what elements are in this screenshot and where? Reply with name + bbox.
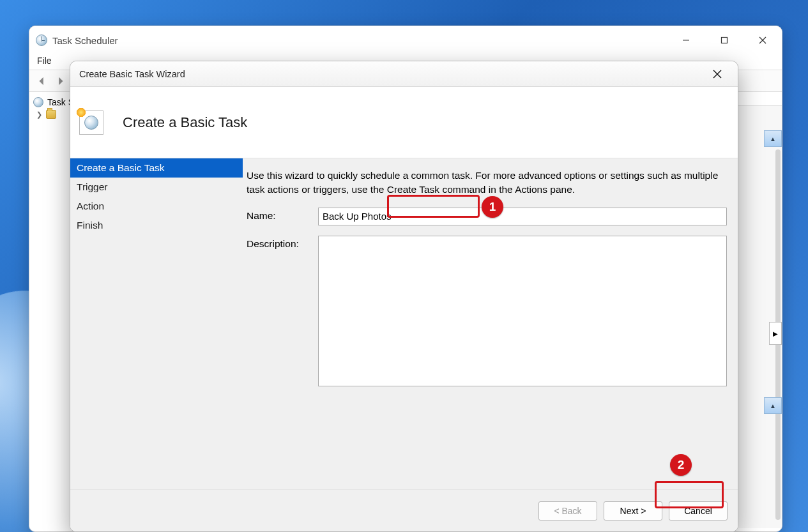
svg-rect-1 [722, 38, 728, 43]
description-label: Description: [247, 236, 318, 250]
name-label: Name: [247, 208, 318, 222]
wizard-heading: Create a Basic Task [123, 114, 247, 131]
menu-file[interactable]: File [37, 56, 52, 66]
wizard-close-button[interactable] [706, 63, 729, 86]
cancel-button[interactable]: Cancel [669, 501, 728, 521]
nav-back-icon[interactable] [33, 72, 51, 90]
clock-icon [36, 34, 47, 46]
nav-forward-icon[interactable] [51, 72, 69, 90]
step-action[interactable]: Action [70, 197, 243, 216]
create-basic-task-wizard: Create Basic Task Wizard Create a Basic … [70, 61, 738, 532]
clock-icon [33, 97, 43, 107]
description-textarea[interactable] [318, 236, 727, 386]
wizard-body: Create a Basic Task Create a Basic Task … [70, 87, 738, 531]
step-finish[interactable]: Finish [70, 216, 243, 235]
name-input[interactable] [318, 208, 727, 225]
wizard-intro-text: Use this wizard to quickly schedule a co… [247, 169, 731, 197]
wizard-footer: < Back Next > Cancel [70, 489, 738, 531]
step-trigger[interactable]: Trigger [70, 178, 243, 197]
name-row: Name: [247, 208, 731, 225]
chevron-right-icon: ❯ [36, 110, 42, 119]
clock-icon [84, 116, 98, 130]
wizard-title: Create Basic Task Wizard [79, 69, 185, 79]
window-title: Task Scheduler [52, 35, 118, 46]
back-button[interactable]: < Back [538, 501, 597, 521]
minimize-button[interactable] [667, 27, 705, 54]
wizard-icon [79, 110, 103, 135]
wizard-main: Use this wizard to quickly schedule a co… [243, 158, 738, 465]
wizard-titlebar: Create Basic Task Wizard [70, 61, 738, 87]
expand-right-button[interactable]: ▶ [769, 322, 782, 345]
description-row: Description: [247, 236, 731, 386]
wizard-banner: Create a Basic Task [70, 87, 738, 158]
close-button[interactable] [743, 27, 782, 54]
sparkle-icon [75, 106, 88, 119]
step-create-basic-task[interactable]: Create a Basic Task [70, 158, 243, 178]
wizard-steps: Create a Basic Task Trigger Action Finis… [70, 158, 243, 465]
window-titlebar: Task Scheduler [29, 26, 782, 54]
next-button[interactable]: Next > [604, 501, 662, 521]
scroll-up-button-2[interactable]: ▲ [764, 397, 782, 414]
window-controls [667, 27, 782, 54]
maximize-button[interactable] [705, 27, 743, 54]
folder-icon [46, 110, 56, 119]
wizard-columns: Create a Basic Task Trigger Action Finis… [70, 158, 738, 465]
scroll-up-button[interactable]: ▲ [764, 130, 782, 147]
